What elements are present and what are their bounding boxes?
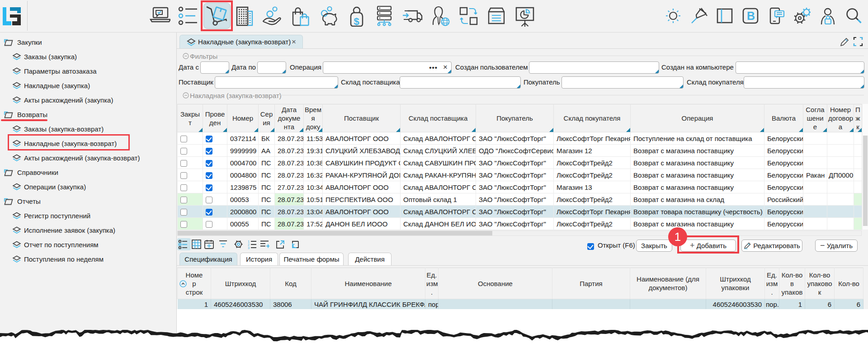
svg-text:3: 3 xyxy=(248,246,250,249)
svg-text:2: 2 xyxy=(248,243,250,246)
svg-text:$: $ xyxy=(354,16,359,27)
svg-text:1: 1 xyxy=(248,240,250,243)
svg-text:B: B xyxy=(747,9,755,22)
